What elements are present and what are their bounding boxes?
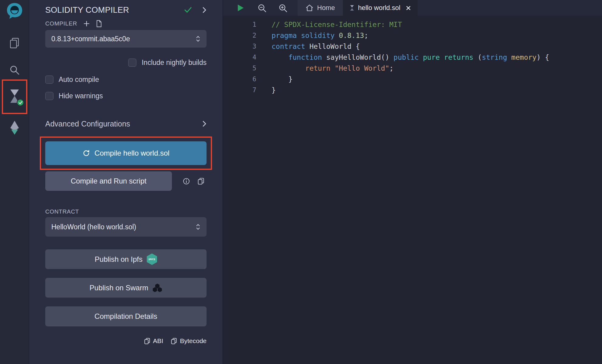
copy-abi-button[interactable]: ABI	[144, 337, 163, 345]
code-editor[interactable]: 1// SPDX-License-Identifier: MIT2pragma …	[223, 16, 602, 96]
advanced-configurations-toggle[interactable]: Advanced Configurations	[45, 119, 207, 129]
compiler-section: COMPILER	[45, 20, 207, 27]
compile-button[interactable]: Compile hello world.sol	[45, 141, 207, 165]
code-line[interactable]: 3contract HelloWorld {	[223, 41, 602, 52]
contract-select[interactable]: HelloWorld (hello world.sol)	[45, 217, 207, 237]
code-line-text: contract HelloWorld {	[256, 41, 360, 52]
line-number: 3	[223, 41, 256, 52]
code-line-text: }	[256, 74, 292, 85]
publish-ipfs-label: Publish on Ipfs	[95, 255, 142, 264]
compile-and-run-button[interactable]: Compile and Run script	[45, 171, 172, 191]
code-lines: 1// SPDX-License-Identifier: MIT2pragma …	[223, 19, 602, 96]
solidity-file-icon	[350, 5, 354, 11]
copy-icon	[144, 338, 150, 344]
zoom-out-icon[interactable]	[258, 4, 266, 12]
select-updown-icon	[195, 223, 201, 231]
copy-script-icon[interactable]	[198, 178, 204, 185]
add-compiler-icon[interactable]	[83, 20, 90, 27]
line-number: 5	[223, 63, 256, 74]
contract-section-label: CONTRACT	[45, 208, 207, 216]
nightly-builds-checkbox[interactable]	[128, 59, 136, 67]
swarm-icon	[152, 283, 162, 292]
code-line[interactable]: 4 function sayHelloWorld() public pure r…	[223, 52, 602, 63]
panel-chevron-icon[interactable]	[202, 7, 207, 13]
tab-home-label: Home	[317, 4, 335, 12]
remix-logo[interactable]	[6, 2, 23, 19]
compile-success-badge	[17, 99, 24, 106]
close-tab-icon[interactable]	[406, 5, 411, 11]
code-line-text: function sayHelloWorld() public pure ret…	[256, 52, 549, 63]
bytecode-label: Bytecode	[180, 337, 207, 345]
publish-swarm-label: Publish on Swarm	[90, 284, 148, 292]
line-number: 7	[223, 85, 256, 96]
code-line-text: return "Hello World";	[256, 63, 394, 74]
solidity-compiler-icon[interactable]	[8, 89, 21, 105]
editor-area: Home hello world.sol 1// SPDX-License-Id…	[223, 0, 602, 364]
tab-home[interactable]: Home	[298, 0, 343, 16]
compiler-version-value: 0.8.13+commit.abaa5c0e	[51, 35, 195, 43]
activity-bar	[0, 0, 29, 364]
hide-warnings-checkbox[interactable]	[45, 92, 53, 100]
auto-compile-checkbox[interactable]	[45, 76, 53, 84]
search-icon[interactable]	[9, 65, 20, 75]
remix-logo-icon	[6, 2, 23, 19]
compiled-check-icon	[184, 7, 192, 13]
code-line[interactable]: 1// SPDX-License-Identifier: MIT	[223, 19, 602, 30]
file-explorer-icon[interactable]	[9, 38, 20, 49]
auto-compile-label: Auto compile	[59, 76, 99, 84]
copy-icon	[171, 338, 177, 344]
info-icon[interactable]	[183, 178, 190, 185]
solidity-compiler-panel: SOLIDITY COMPILER COMPILER 0.8.13+commit…	[29, 0, 223, 364]
line-number: 2	[223, 30, 256, 41]
artifacts-row: ABI Bytecode	[45, 337, 207, 345]
code-line-text: }	[256, 85, 276, 96]
code-line[interactable]: 6 }	[223, 74, 602, 85]
advanced-configurations-label: Advanced Configurations	[45, 120, 202, 128]
line-number: 4	[223, 52, 256, 63]
compilation-details-label: Compilation Details	[94, 312, 157, 321]
publish-ipfs-button[interactable]: Publish on Ipfs IPFS	[45, 249, 207, 269]
copy-bytecode-button[interactable]: Bytecode	[171, 337, 207, 345]
code-line[interactable]: 2pragma solidity 0.8.13;	[223, 30, 602, 41]
panel-header: SOLIDITY COMPILER	[45, 4, 207, 16]
line-number: 6	[223, 74, 256, 85]
refresh-icon	[82, 149, 90, 157]
ipfs-icon: IPFS	[147, 254, 157, 265]
code-line-text: // SPDX-License-Identifier: MIT	[256, 19, 402, 30]
hide-warnings-row: Hide warnings	[45, 92, 207, 100]
deploy-run-icon[interactable]	[9, 120, 20, 135]
hide-warnings-label: Hide warnings	[59, 92, 103, 100]
compiler-section-label: COMPILER	[45, 20, 77, 27]
zoom-in-icon[interactable]	[279, 4, 287, 12]
contract-selected-value: HelloWorld (hello world.sol)	[51, 223, 195, 231]
advanced-chevron-icon	[202, 120, 207, 127]
auto-compile-row: Auto compile	[45, 76, 207, 84]
abi-label: ABI	[153, 337, 163, 345]
home-icon	[306, 4, 313, 12]
annotation-highlight-compiler-icon	[2, 79, 27, 114]
line-number: 1	[223, 19, 256, 30]
code-line-text: pragma solidity 0.8.13;	[256, 30, 368, 41]
code-line[interactable]: 5 return "Hello World";	[223, 63, 602, 74]
nightly-builds-row: Include nightly builds	[45, 59, 207, 67]
panel-title: SOLIDITY COMPILER	[45, 5, 184, 15]
compile-run-label: Compile and Run script	[71, 177, 146, 185]
compiler-version-select[interactable]: 0.8.13+commit.abaa5c0e	[45, 30, 207, 48]
code-line[interactable]: 7}	[223, 85, 602, 96]
tab-file-label: hello world.sol	[358, 4, 400, 12]
editor-tabbar: Home hello world.sol	[223, 0, 602, 16]
publish-swarm-button[interactable]: Publish on Swarm	[45, 278, 207, 298]
tab-hello-world-sol[interactable]: hello world.sol	[343, 0, 418, 16]
compile-run-row: Compile and Run script	[45, 171, 207, 191]
run-script-icon[interactable]	[237, 4, 244, 12]
compilation-details-button[interactable]: Compilation Details	[45, 306, 207, 326]
annotation-highlight-compile-button: Compile hello world.sol	[40, 136, 212, 170]
compiler-config-file-icon[interactable]	[96, 20, 102, 27]
compile-button-label: Compile hello world.sol	[94, 149, 169, 157]
remix-ide: SOLIDITY COMPILER COMPILER 0.8.13+commit…	[0, 0, 602, 364]
nightly-builds-label: Include nightly builds	[142, 59, 207, 67]
select-updown-icon	[195, 35, 201, 43]
